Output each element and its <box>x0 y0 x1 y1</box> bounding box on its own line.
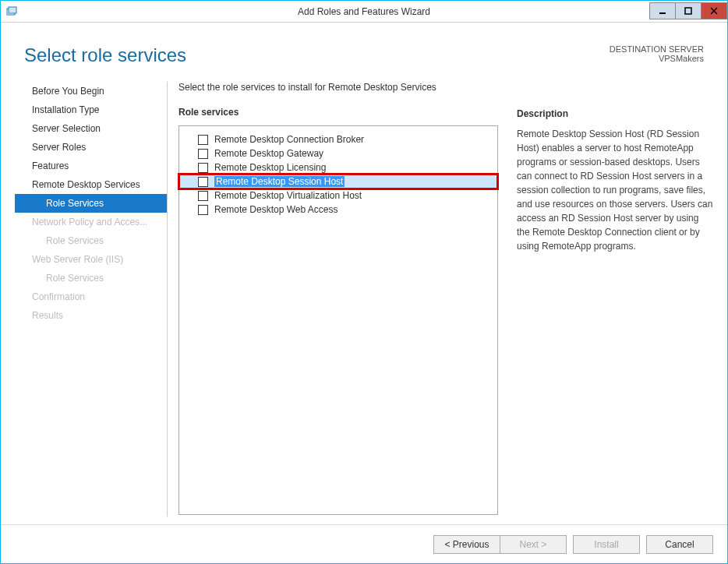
header-row: Select role services DESTINATION SERVER … <box>1 23 727 74</box>
description-panel: Description Remote Desktop Session Host … <box>498 82 713 524</box>
sidebar-item[interactable]: Role Services <box>15 194 167 213</box>
svg-rect-3 <box>685 8 691 14</box>
description-text: Remote Desktop Session Host (RD Session … <box>517 127 713 253</box>
role-item-label: Remote Desktop Web Access <box>214 204 338 215</box>
body: Before You BeginInstallation TypeServer … <box>1 74 727 524</box>
wizard-window: Add Roles and Features Wizard Select rol… <box>0 0 728 564</box>
roles-listbox[interactable]: Remote Desktop Connection BrokerRemote D… <box>178 125 498 515</box>
sidebar-item[interactable]: Installation Type <box>15 100 167 119</box>
role-item[interactable]: Remote Desktop Web Access <box>179 203 497 217</box>
sidebar-item[interactable]: Server Selection <box>15 119 167 138</box>
checkbox-icon[interactable] <box>198 135 208 145</box>
roles-label: Role services <box>178 107 498 118</box>
page-title: Select role services <box>24 44 610 66</box>
next-button[interactable]: Next > <box>500 535 567 554</box>
destination-server: VPSMakers <box>610 54 704 63</box>
footer: < Previous Next > Install Cancel <box>1 524 727 563</box>
sidebar-item: Role Services <box>15 269 167 287</box>
role-item[interactable]: Remote Desktop Connection Broker <box>179 132 497 146</box>
roles-panel: Select the role services to install for … <box>178 82 498 524</box>
sidebar-item[interactable]: Remote Desktop Services <box>15 175 167 194</box>
sidebar-item: Role Services <box>15 231 167 250</box>
window-controls <box>650 3 727 19</box>
cancel-button[interactable]: Cancel <box>646 535 713 554</box>
previous-button[interactable]: < Previous <box>433 535 500 554</box>
role-item-label: Remote Desktop Connection Broker <box>214 134 364 145</box>
destination-label: DESTINATION SERVER <box>610 44 704 54</box>
close-button[interactable] <box>701 2 727 19</box>
app-icon <box>1 1 23 23</box>
install-button[interactable]: Install <box>573 535 640 554</box>
sidebar-item[interactable]: Server Roles <box>15 138 167 157</box>
sidebar-item: Web Server Role (IIS) <box>15 250 167 269</box>
svg-rect-1 <box>9 7 16 13</box>
sidebar-item: Results <box>15 306 167 325</box>
instruction-text: Select the role services to install for … <box>178 82 498 93</box>
checkbox-icon[interactable] <box>198 177 208 187</box>
role-item-label: Remote Desktop Gateway <box>214 148 323 159</box>
role-item[interactable]: Remote Desktop Virtualization Host <box>179 189 497 203</box>
role-item-label: Remote Desktop Session Host <box>214 176 345 187</box>
nav-button-group: < Previous Next > <box>434 535 567 554</box>
checkbox-icon[interactable] <box>198 205 208 215</box>
main-panel: Select the role services to install for … <box>168 74 713 524</box>
checkbox-icon[interactable] <box>198 163 208 173</box>
role-item-label: Remote Desktop Virtualization Host <box>214 190 362 201</box>
window-title: Add Roles and Features Wizard <box>1 6 727 17</box>
checkbox-icon[interactable] <box>198 191 208 201</box>
minimize-button[interactable] <box>649 2 676 19</box>
role-item[interactable]: Remote Desktop Gateway <box>179 146 497 160</box>
sidebar-item: Confirmation <box>15 287 167 306</box>
role-item[interactable]: Remote Desktop Session Host <box>179 174 497 189</box>
role-item[interactable]: Remote Desktop Licensing <box>179 160 497 174</box>
maximize-button[interactable] <box>675 2 701 19</box>
sidebar-item: Network Policy and Acces... <box>15 213 167 231</box>
description-label: Description <box>517 108 713 119</box>
titlebar: Add Roles and Features Wizard <box>1 1 727 23</box>
role-item-label: Remote Desktop Licensing <box>214 162 326 173</box>
content-area: Select role services DESTINATION SERVER … <box>1 23 727 563</box>
checkbox-icon[interactable] <box>198 149 208 159</box>
sidebar: Before You BeginInstallation TypeServer … <box>15 74 167 524</box>
destination-info: DESTINATION SERVER VPSMakers <box>610 44 704 63</box>
sidebar-item[interactable]: Before You Begin <box>15 82 167 100</box>
sidebar-item[interactable]: Features <box>15 157 167 175</box>
